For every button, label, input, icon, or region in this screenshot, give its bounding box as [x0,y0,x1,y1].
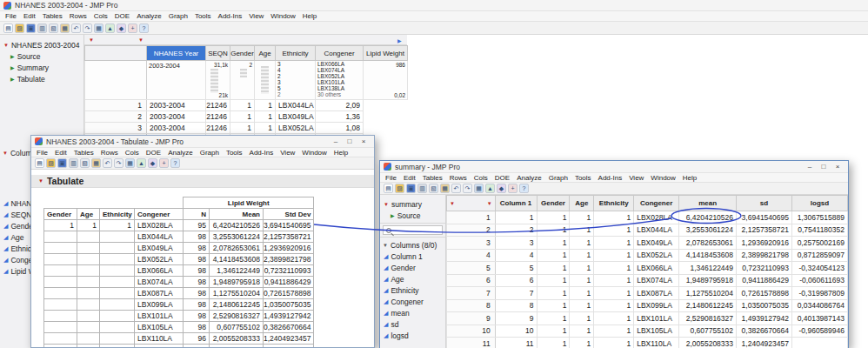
column-header-mean[interactable]: mean [679,196,737,211]
column-header-column-1[interactable]: Column 1 [495,196,537,211]
cell-age[interactable]: 1 [570,224,594,237]
cell-logsd[interactable]: -0,960589946 [791,325,847,338]
column-list-item[interactable]: ◢ logsd [380,330,445,341]
cell-ethnicity[interactable]: 1 [594,224,634,237]
cell-mean[interactable]: 2,0782653061 [679,237,737,250]
cell-sd[interactable]: 0,7232110993 [737,262,792,275]
column-list-item[interactable]: ◢ Column 1 [380,251,445,262]
copy-icon[interactable]: ▧ [49,23,58,33]
close-button[interactable]: × [357,137,371,146]
cell-congener[interactable]: LBX099LA [634,299,679,312]
row-number[interactable]: 7 [447,287,496,300]
menu-item[interactable]: Edit [20,12,39,20]
cell-logsd[interactable]: 0,2575002169 [791,237,847,250]
column-header-gender[interactable]: Gender [230,46,255,61]
cell-congener[interactable]: LBX105LA [634,325,679,338]
cell-logsd[interactable] [791,338,847,348]
cell-column-1[interactable]: 7 [495,287,537,300]
cell-age[interactable]: 1 [570,312,594,325]
copy-icon[interactable]: ▧ [80,158,90,168]
cell-gender[interactable]: 1 [537,274,570,287]
menu-item[interactable]: Analyze [133,12,164,20]
row-number[interactable]: 2 [85,111,147,123]
cell-gender[interactable]: 1 [537,338,570,348]
cell-column-1[interactable]: 2 [495,224,537,237]
menu-item[interactable]: Graph [545,174,571,182]
cell-column-1[interactable]: 4 [495,249,537,262]
cell-gender[interactable]: 1 [537,249,570,262]
tabulate-titlebar[interactable]: NHANES 2003-2004 - Tabulate - JMP Pro – … [31,136,374,148]
save-icon[interactable]: ▣ [57,158,67,168]
minimize-button[interactable]: – [329,137,343,146]
cell-ethnicity[interactable]: 1 [594,249,634,262]
cell-congener[interactable]: LBX049LA [276,111,316,123]
columns-search-box[interactable] [383,225,443,235]
column-header-congener[interactable]: Congener [634,196,679,211]
cell-ethnicity[interactable]: 1 [594,274,634,287]
cell-mean[interactable]: 1,9489795918 [679,274,737,287]
cell-seqn[interactable]: 21246 [206,111,230,123]
redo-icon[interactable]: ↷ [463,184,472,193]
cell-age[interactable]: 1 [570,249,594,262]
cell-mean[interactable]: 2,0055208333 [679,338,737,348]
cell-gender[interactable]: 1 [537,312,570,325]
menu-item[interactable]: View [625,174,647,182]
help-icon[interactable]: ? [139,23,149,33]
cell-ethnicity[interactable]: 1 [594,237,634,250]
columns-menu-icon[interactable]: ▼ [487,201,492,206]
redo-icon[interactable]: ↷ [83,23,92,33]
cell-age[interactable]: 1 [570,299,594,312]
redo-icon[interactable]: ↷ [114,158,124,168]
cell-logsd[interactable]: 0,4013987143 [791,312,847,325]
menu-item[interactable]: Rows [66,12,90,20]
menu-item[interactable]: Add-Ins [215,12,246,20]
cell-congener[interactable]: LBX044LA [634,224,679,237]
cell-logsd[interactable]: 1,3067515889 [791,211,847,224]
column-header-sd[interactable]: sd [737,196,792,211]
cell-column-1[interactable]: 8 [495,299,537,312]
cell-gender[interactable]: 1 [537,211,570,224]
cell-sd[interactable]: 1,2404923457 [737,338,792,348]
new-table-icon[interactable]: ▤ [384,184,393,193]
menu-item[interactable]: Window [647,174,678,182]
cell-congener[interactable]: LBX101LA [634,312,679,325]
row-number[interactable]: 3 [85,123,147,134]
menu-item[interactable]: DOE [143,149,164,157]
row-number[interactable]: 10 [447,325,496,338]
menu-item[interactable]: Edit [400,174,419,182]
menu-item[interactable]: File [382,174,400,182]
cell-column-1[interactable]: 11 [495,338,537,348]
menu-item[interactable]: File [33,149,51,157]
cell-congener[interactable]: LBX049LA [634,237,679,250]
column-list-item[interactable]: ◢ sd [380,318,445,330]
sidebar-script-item[interactable]: ▶ Source [380,210,445,221]
menu-item[interactable]: Cols [122,149,143,157]
column-header-congener[interactable]: Congener [316,46,364,61]
cell-lipid-weight[interactable]: 2,09 [316,100,364,111]
save-icon[interactable]: ▣ [26,23,36,33]
cell-logsd[interactable]: 0,8712859097 [791,249,847,262]
cell-sd[interactable]: 0,9411886429 [737,274,792,287]
row-number[interactable]: 1 [447,211,496,224]
analyze-icon[interactable]: ◆ [497,184,506,193]
cell-sd[interactable]: 1,2936920916 [737,237,792,250]
menu-item[interactable]: Help [331,149,351,157]
sidebar-root-summary[interactable]: ▼ summary [380,198,445,210]
cell-column-1[interactable]: 3 [495,237,537,250]
menu-item[interactable]: Edit [51,149,70,157]
cell-logsd[interactable]: -0,060611693 [791,274,847,287]
minimize-button[interactable]: – [803,162,817,171]
open-icon[interactable]: ▨ [46,158,56,168]
cell-logsd[interactable]: 0,7541180352 [791,224,847,237]
cell-sd[interactable]: 3,6941540695 [737,211,792,224]
row-number[interactable]: 1 [85,100,147,111]
menu-item[interactable]: Help [299,12,320,20]
column-header-age[interactable]: Age [570,196,594,211]
column-list-item[interactable]: ◢ mean [380,307,445,318]
cell-ethnicity[interactable]: 1 [594,287,634,300]
menu-item[interactable]: Add-Ins [246,149,277,157]
print-icon[interactable]: ▥ [417,184,427,193]
row-number[interactable]: 8 [447,299,496,312]
cell-sd[interactable]: 2,3899821798 [737,249,792,262]
cell-age[interactable]: 1 [570,237,594,250]
